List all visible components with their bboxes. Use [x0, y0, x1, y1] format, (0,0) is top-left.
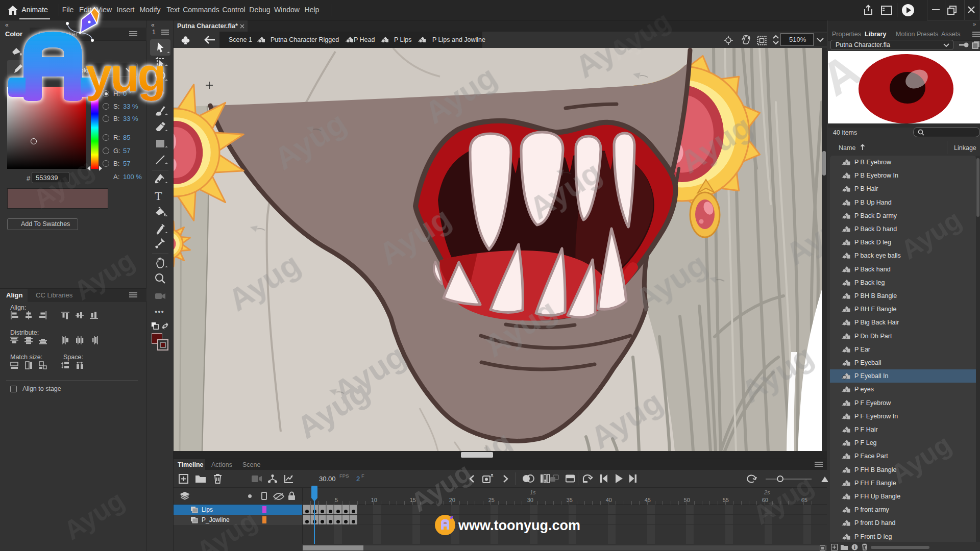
svg-text:i: i: [854, 544, 855, 550]
svg-text:yug: yug: [86, 49, 165, 101]
svg-text:A: A: [491, 474, 494, 478]
svg-text:www.toonyug.com: www.toonyug.com: [458, 518, 580, 533]
